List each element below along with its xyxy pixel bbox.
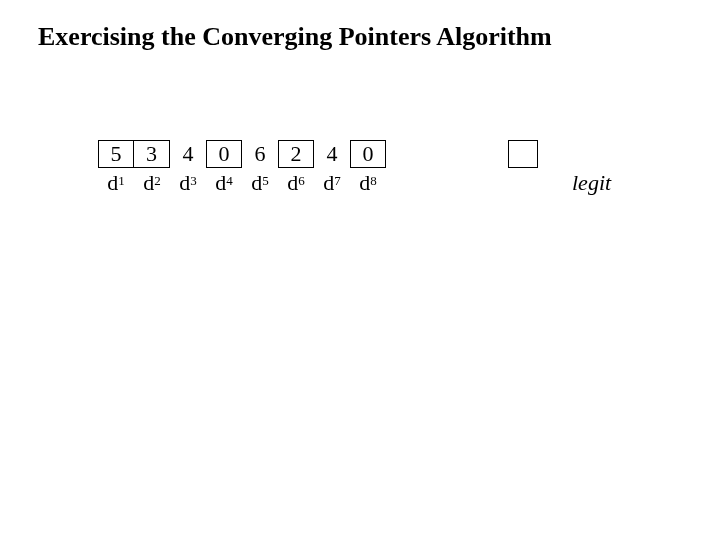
array-diagram: 5 3 4 0 6 2 4 0 d1 d2 d3 d4 d5 d6 d7 d8 (98, 140, 386, 196)
array-label: d7 (314, 170, 350, 196)
array-cell: 2 (278, 140, 314, 168)
array-labels-row: d1 d2 d3 d4 d5 d6 d7 d8 (98, 170, 386, 196)
array-label: d3 (170, 170, 206, 196)
array-cell: 4 (170, 140, 206, 168)
array-cell: 0 (350, 140, 386, 168)
legit-label: legit (572, 170, 611, 196)
array-label: d4 (206, 170, 242, 196)
array-label: d1 (98, 170, 134, 196)
array-label: d5 (242, 170, 278, 196)
array-label: d2 (134, 170, 170, 196)
array-label: d6 (278, 170, 314, 196)
array-cells-row: 5 3 4 0 6 2 4 0 (98, 140, 386, 168)
array-cell: 0 (206, 140, 242, 168)
array-cell: 6 (242, 140, 278, 168)
array-cell: 3 (134, 140, 170, 168)
page-title: Exercising the Converging Pointers Algor… (38, 22, 552, 52)
legit-box (508, 140, 538, 168)
array-cell: 5 (98, 140, 134, 168)
array-label: d8 (350, 170, 386, 196)
array-cell: 4 (314, 140, 350, 168)
